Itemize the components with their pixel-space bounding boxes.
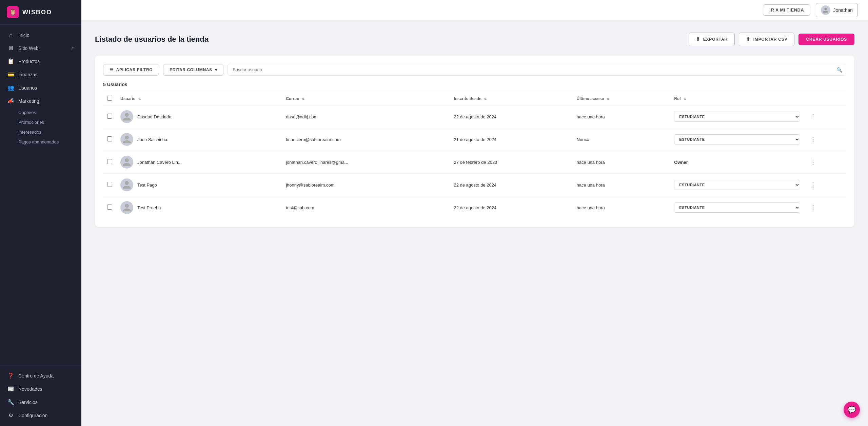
external-link-icon: ↗ [71, 46, 74, 51]
user-name: Jonathan Cavero Lin... [137, 160, 182, 165]
action-cell: ⋮ [804, 174, 846, 196]
more-options-button[interactable]: ⋮ [808, 112, 818, 121]
help-icon: ❓ [7, 372, 14, 379]
avatar [821, 5, 830, 15]
sidebar-item-usuarios[interactable]: 👥 Usuarios [0, 81, 81, 94]
sidebar-item-label: Novedades [18, 386, 42, 392]
sidebar-item-ayuda[interactable]: ❓ Centro de Ayuda [0, 369, 81, 382]
email-cell: dasd@adkj.com [282, 105, 450, 128]
sidebar-item-configuracion[interactable]: ⚙ Configuración [0, 409, 81, 422]
role-select[interactable]: ESTUDIANTEADMINISTRADORINSTRUCTOROwner [674, 135, 800, 144]
table-row: Test Prueba test@sab.com 22 de agosto de… [103, 196, 846, 219]
content-area: Listado de usuarios de la tienda ⬇ EXPOR… [81, 20, 868, 426]
sidebar-sub-promociones[interactable]: Promociones [0, 117, 81, 127]
avatar [120, 201, 133, 214]
more-options-button[interactable]: ⋮ [808, 203, 818, 212]
sidebar-item-novedades[interactable]: 📰 Novedades [0, 382, 81, 395]
users-table: Usuario ⇅ Correo ⇅ Inscrito desde ⇅ Úl [103, 92, 846, 219]
action-cell: ⋮ [804, 196, 846, 219]
filter-button[interactable]: ☰ APLICAR FILTRO [103, 64, 159, 76]
home-icon: ⌂ [7, 32, 14, 38]
sidebar-item-productos[interactable]: 📋 Productos [0, 55, 81, 68]
main-area: IR A MI TIENDA Jonathan Listado de usuar… [81, 0, 868, 426]
user-cell: Test Pago [116, 174, 282, 196]
sidebar-item-label: Productos [18, 59, 40, 64]
sidebar-item-sitio-web[interactable]: 🖥 Sitio Web ↗ [0, 42, 81, 55]
action-cell: ⋮ [804, 151, 846, 174]
products-icon: 📋 [7, 58, 14, 64]
upload-icon: ⬆ [746, 36, 751, 42]
row-checkbox-cell [103, 105, 116, 128]
col-acceso: Último acceso ⇅ [573, 92, 670, 105]
role-cell[interactable]: ESTUDIANTEADMINISTRADORINSTRUCTOROwner [670, 196, 804, 219]
email-cell: jhonny@sabiorealm.com [282, 174, 450, 196]
search-input[interactable] [228, 64, 846, 76]
table-row: Jonathan Cavero Lin... jonathan.cavero.l… [103, 151, 846, 174]
sidebar-item-label: Finanzas [18, 72, 38, 77]
more-options-button[interactable]: ⋮ [808, 157, 818, 167]
marketing-icon: 📣 [7, 98, 14, 104]
store-button[interactable]: IR A MI TIENDA [763, 4, 810, 16]
row-checkbox[interactable] [107, 205, 112, 210]
user-menu[interactable]: Jonathan [816, 3, 858, 17]
row-checkbox[interactable] [107, 159, 112, 164]
logo-text: WISBOO [22, 9, 52, 16]
user-cell: Jonathan Cavero Lin... [116, 151, 282, 174]
row-checkbox-cell [103, 151, 116, 174]
export-button[interactable]: ⬇ EXPORTAR [689, 33, 735, 46]
select-all-checkbox[interactable] [107, 96, 112, 101]
acceso-cell: hace una hora [573, 196, 670, 219]
sidebar-item-marketing[interactable]: 📣 Marketing [0, 94, 81, 108]
acceso-cell: Nunca [573, 128, 670, 151]
role-cell[interactable]: ESTUDIANTEADMINISTRADORINSTRUCTOROwner [670, 174, 804, 196]
import-button[interactable]: ⬆ IMPORTAR CSV [739, 33, 795, 46]
avatar [120, 178, 133, 191]
filter-icon: ☰ [110, 67, 114, 72]
sidebar-item-finanzas[interactable]: 💳 Finanzas [0, 68, 81, 81]
user-cell: Dasdad Dasdada [116, 105, 282, 128]
col-rol: Rol ⇅ [670, 92, 804, 105]
role-cell[interactable]: ESTUDIANTEADMINISTRADORINSTRUCTOROwner [670, 105, 804, 128]
sidebar-sub-cupones[interactable]: Cupones [0, 108, 81, 117]
row-checkbox[interactable] [107, 182, 112, 187]
inscrito-cell: 22 de agosto de 2024 [450, 105, 572, 128]
action-cell: ⋮ [804, 105, 846, 128]
select-all-header [103, 92, 116, 105]
table-row: Jhon Salchicha financiero@sabiorealm.com… [103, 128, 846, 151]
settings-icon: ⚙ [7, 412, 14, 419]
more-options-button[interactable]: ⋮ [808, 135, 818, 144]
role-cell: Owner [670, 151, 804, 174]
logo-icon: 🦉 [7, 6, 19, 18]
row-checkbox-cell [103, 128, 116, 151]
role-select[interactable]: ESTUDIANTEADMINISTRADORINSTRUCTOROwner [674, 180, 800, 190]
role-select[interactable]: ESTUDIANTEADMINISTRADORINSTRUCTOROwner [674, 112, 800, 121]
create-users-button[interactable]: CREAR USUARIOS [798, 34, 854, 45]
row-checkbox[interactable] [107, 136, 112, 141]
more-options-button[interactable]: ⋮ [808, 180, 818, 190]
search-icon[interactable]: 🔍 [836, 67, 842, 73]
header-actions: ⬇ EXPORTAR ⬆ IMPORTAR CSV CREAR USUARIOS [689, 33, 854, 46]
sidebar-item-servicios[interactable]: 🔧 Servicios [0, 395, 81, 409]
role-cell[interactable]: ESTUDIANTEADMINISTRADORINSTRUCTOROwner [670, 128, 804, 151]
email-cell: test@sab.com [282, 196, 450, 219]
page-title: Listado de usuarios de la tienda [95, 35, 209, 44]
user-name: Test Pago [137, 182, 157, 188]
users-icon: 👥 [7, 84, 14, 91]
table-row: Test Pago jhonny@sabiorealm.com 22 de ag… [103, 174, 846, 196]
sidebar-item-label: Servicios [18, 400, 38, 405]
sidebar-sub-pagos-abandonados[interactable]: Pagos abandonados [0, 137, 81, 147]
sort-icon: ⇅ [683, 97, 686, 101]
col-correo: Correo ⇅ [282, 92, 450, 105]
role-select-wrapper: ESTUDIANTEADMINISTRADORINSTRUCTOROwner [674, 202, 800, 213]
chat-bubble[interactable]: 💬 [844, 402, 860, 418]
row-checkbox[interactable] [107, 114, 112, 119]
columns-button[interactable]: EDITAR COLUMNAS ▾ [163, 64, 223, 76]
sidebar-item-label: Inicio [18, 33, 29, 38]
sidebar-item-inicio[interactable]: ⌂ Inicio [0, 29, 81, 42]
email-cell: jonathan.cavero.linares@gma... [282, 151, 450, 174]
search-wrapper: 🔍 [228, 64, 846, 76]
sidebar-sub-interesados[interactable]: Interesados [0, 127, 81, 137]
role-select[interactable]: ESTUDIANTEADMINISTRADORINSTRUCTOROwner [674, 203, 800, 212]
col-inscrito: Inscrito desde ⇅ [450, 92, 572, 105]
table-toolbar: ☰ APLICAR FILTRO EDITAR COLUMNAS ▾ 🔍 [103, 64, 846, 76]
